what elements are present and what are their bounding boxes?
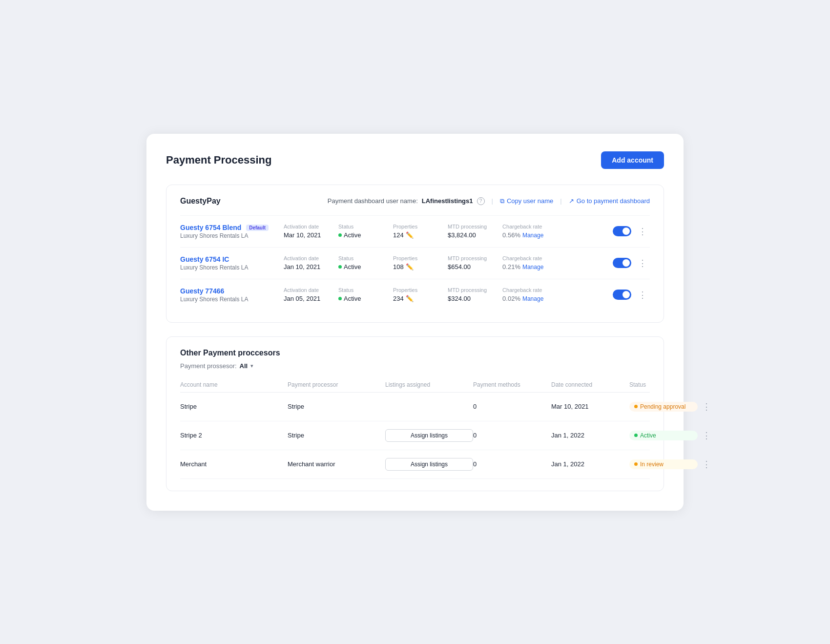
row-payment-methods-3: 0: [473, 460, 551, 468]
page-container: Payment Processing Add account GuestyPay…: [146, 134, 684, 511]
status-value-3: Active: [338, 295, 377, 302]
row-date-1: Mar 10, 2021: [551, 403, 629, 410]
manage-link-1[interactable]: Manage: [522, 232, 543, 239]
add-account-button[interactable]: Add account: [601, 151, 664, 169]
chargeback-group-3: Chargeback rate 0.02% Manage: [502, 287, 543, 302]
toggle-1[interactable]: [613, 226, 631, 236]
more-menu-btn-3[interactable]: ⋮: [635, 288, 650, 302]
row-actions-2: ⋮: [613, 256, 650, 270]
more-menu-btn-merchant[interactable]: ⋮: [698, 457, 715, 472]
mtd-value-3: $324.00: [448, 295, 487, 302]
other-processors-section: Other Payment proccesors Payment prosses…: [166, 336, 664, 491]
toggle-slider-1: [613, 226, 631, 236]
chargeback-group-2: Chargeback rate 0.21% Manage: [502, 255, 543, 270]
properties-group-2: Properties 108 ✏️: [393, 255, 432, 270]
toggle-slider-2: [613, 258, 631, 268]
activation-group-2: Activation date Jan 10, 2021: [284, 255, 323, 270]
account-row-1: Guesty 6754 Blend Default Luxury Shores …: [180, 215, 650, 247]
status-value-1: Active: [338, 231, 377, 239]
copy-icon: ⧉: [500, 197, 504, 205]
mtd-group-3: MTD processing $324.00: [448, 287, 487, 302]
more-menu-btn-2[interactable]: ⋮: [635, 256, 650, 270]
more-menu-btn-stripe[interactable]: ⋮: [698, 399, 715, 414]
more-menu-btn-1[interactable]: ⋮: [635, 224, 650, 239]
chargeback-label-3: Chargeback rate: [502, 287, 543, 293]
row-account-name-2: Stripe 2: [180, 432, 288, 439]
row-payment-methods-2: 0: [473, 432, 551, 439]
row-actions-3: ⋮: [613, 288, 650, 302]
properties-value-3: 234 ✏️: [393, 295, 432, 302]
chargeback-value-1: 0.56% Manage: [502, 231, 543, 239]
account-meta-3: Activation date Jan 05, 2021 Status Acti…: [284, 287, 607, 302]
copy-username-button[interactable]: ⧉ Copy user name: [500, 197, 553, 205]
properties-label-3: Properties: [393, 287, 432, 293]
filter-chevron-icon[interactable]: ▾: [250, 363, 253, 369]
assign-listings-btn-merchant[interactable]: Assign listings: [385, 458, 473, 471]
dashboard-username: LAfinestlistings1: [422, 197, 473, 205]
edit-properties-icon-3[interactable]: ✏️: [406, 295, 414, 302]
go-to-dashboard-button[interactable]: ↗ Go to payment dashboard: [569, 197, 650, 205]
copy-label: Copy user name: [507, 197, 553, 205]
status-dot-active: [634, 434, 638, 437]
activation-label-1: Activation date: [284, 224, 323, 229]
separator-2: |: [560, 197, 561, 205]
chargeback-label-2: Chargeback rate: [502, 255, 543, 261]
status-dot-2: [338, 265, 342, 269]
row-processor-1: Stripe: [288, 403, 385, 410]
account-sub-2: Luxury Shores Rentals LA: [180, 264, 278, 271]
status-label-1: Status: [338, 224, 377, 229]
more-menu-btn-stripe2[interactable]: ⋮: [698, 428, 715, 443]
filter-value: All: [240, 362, 248, 370]
toggle-slider-3: [613, 290, 631, 300]
status-dot-3: [338, 297, 342, 300]
toggle-3[interactable]: [613, 290, 631, 300]
assign-listings-btn-stripe2[interactable]: Assign listings: [385, 429, 473, 442]
mtd-group-2: MTD processing $654.00: [448, 255, 487, 270]
col-listings: Listings assigned: [385, 381, 473, 388]
mtd-label-3: MTD processing: [448, 287, 487, 293]
status-dot-pending: [634, 405, 638, 408]
account-sub-1: Luxury Shores Rentals LA: [180, 232, 278, 239]
status-label-3: Status: [338, 287, 377, 293]
col-processor: Payment processor: [288, 381, 385, 388]
manage-link-2[interactable]: Manage: [522, 264, 543, 270]
table-row-merchant: Merchant Merchant warrior Assign listing…: [180, 450, 650, 479]
row-processor-2: Stripe: [288, 432, 385, 439]
edit-properties-icon-1[interactable]: ✏️: [406, 231, 414, 239]
table-header: Account name Payment processor Listings …: [180, 377, 650, 393]
external-link-icon: ↗: [569, 197, 574, 205]
dashboard-label: Payment dashboard user name:: [328, 197, 418, 205]
mtd-group-1: MTD processing $3,824.00: [448, 224, 487, 239]
filter-row: Payment prossesor: All ▾: [180, 362, 650, 370]
other-processors-title: Other Payment proccesors: [180, 349, 650, 357]
account-info-1: Guesty 6754 Blend Default Luxury Shores …: [180, 224, 278, 239]
account-meta-1: Activation date Mar 10, 2021 Status Acti…: [284, 224, 607, 239]
mtd-label-2: MTD processing: [448, 255, 487, 261]
account-sub-3: Luxury Shores Rentals LA: [180, 296, 278, 303]
row-date-2: Jan 1, 2022: [551, 432, 629, 439]
status-badge-review: In review: [629, 459, 698, 469]
status-dot-1: [338, 233, 342, 237]
account-row-2: Guesty 6754 IC Luxury Shores Rentals LA …: [180, 247, 650, 279]
properties-label-1: Properties: [393, 224, 432, 229]
toggle-2[interactable]: [613, 258, 631, 268]
col-payment-methods: Payment methods: [473, 381, 551, 388]
manage-link-3[interactable]: Manage: [522, 295, 543, 302]
properties-value-1: 124 ✏️: [393, 231, 432, 239]
account-name-2: Guesty 6754 IC: [180, 255, 278, 263]
table-row-stripe: Stripe Stripe 0 Mar 10, 2021 Pending app…: [180, 393, 650, 421]
guesty-pay-title: GuestyPay: [180, 197, 221, 206]
activation-group-1: Activation date Mar 10, 2021: [284, 224, 323, 239]
help-icon[interactable]: ?: [477, 197, 485, 205]
separator-1: |: [492, 197, 493, 205]
activation-date-3: Jan 05, 2021: [284, 295, 323, 302]
activation-date-1: Mar 10, 2021: [284, 231, 323, 239]
mtd-value-2: $654.00: [448, 263, 487, 270]
chargeback-value-3: 0.02% Manage: [502, 295, 543, 302]
status-dot-review: [634, 462, 638, 466]
properties-group-1: Properties 124 ✏️: [393, 224, 432, 239]
mtd-label-1: MTD processing: [448, 224, 487, 229]
edit-properties-icon-2[interactable]: ✏️: [406, 263, 414, 270]
account-name-1: Guesty 6754 Blend Default: [180, 224, 278, 231]
filter-label: Payment prossesor:: [180, 362, 237, 370]
